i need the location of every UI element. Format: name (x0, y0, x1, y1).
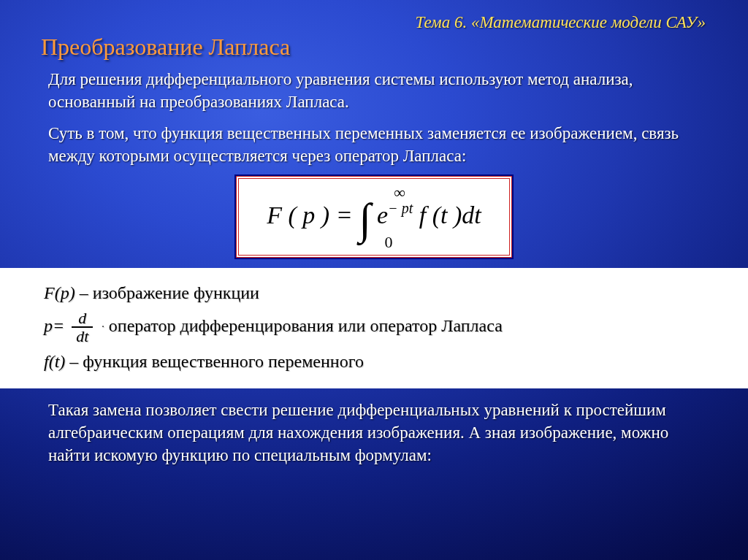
fraction-numerator: d (72, 310, 93, 328)
formula-rhs: f (t )dt (419, 202, 481, 229)
def2-text: оператор дифференцирования или оператор … (109, 316, 503, 335)
def-line-3: f(t) – функция вещественного переменного (44, 348, 711, 375)
def2-symbol: p= (44, 316, 64, 335)
formula-lhs: F ( p ) = (267, 202, 352, 229)
paragraph-3: Такая замена позволяет свести решение ди… (48, 399, 700, 467)
integral-upper-limit: ∞ (297, 185, 502, 201)
integral-lower-limit: 0 (275, 234, 502, 250)
integral-sign: ∫ (359, 204, 370, 234)
slide-title: Преобразование Лапласа (41, 34, 713, 61)
paragraph-1: Для решения дифференциального уравнения … (48, 68, 700, 113)
integral-expression: F ( p ) = ∫ e− pt f (t )dt (246, 201, 502, 234)
slide: Тема 6. «Математические модели САУ» Прео… (0, 0, 748, 560)
exp-superscript: − pt (388, 200, 413, 216)
paragraph-2: Суть в том, что функция вещественных пер… (48, 122, 700, 167)
def3-symbol: f(t) (44, 352, 65, 371)
def-line-2: p= d dt · оператор дифференцирования или… (44, 310, 711, 345)
dash-sep: · (102, 322, 104, 333)
def-line-1: F(p) – изображение функции (44, 280, 711, 307)
fraction-d-dt: d dt (72, 310, 93, 345)
def1-symbol: F(p) (44, 283, 75, 302)
topic-line: Тема 6. «Математические модели САУ» (35, 13, 713, 32)
def3-text: – функция вещественного переменного (65, 352, 364, 371)
fraction-denominator: dt (72, 328, 93, 345)
exp-base: e (377, 202, 388, 229)
def1-text: – изображение функции (75, 283, 259, 302)
laplace-formula-box: ∞ F ( p ) = ∫ e− pt f (t )dt 0 (236, 176, 512, 258)
definitions-box: F(p) – изображение функции p= d dt · опе… (0, 268, 748, 388)
